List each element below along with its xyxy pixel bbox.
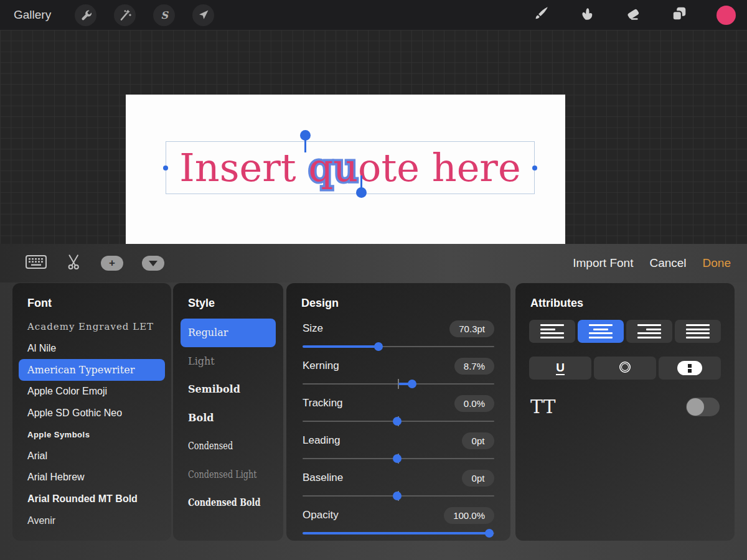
font-panel-title: Font [12,283,171,310]
canvas-workspace[interactable]: Insert quote here [0,30,747,244]
font-item[interactable]: Academy Engraved LET [19,316,165,338]
text-before-selection: Insert [179,145,308,190]
baseline-slider[interactable] [303,488,494,504]
font-item[interactable]: Al Nile [19,338,165,360]
font-item[interactable]: Arial [19,446,165,467]
justify-icon [686,324,710,338]
tracking-value[interactable]: 0.0% [454,395,494,412]
tt-toggle[interactable] [686,398,720,416]
gallery-button[interactable]: Gallery [14,8,51,22]
text-editing-toolbar: + Import Font Cancel Done [0,244,747,282]
collapse-panel-button[interactable] [142,256,164,271]
opacity-value[interactable]: 100.0% [444,507,494,524]
keyboard-button[interactable] [25,254,47,273]
selection-left-handle[interactable] [163,166,168,170]
slider-knob[interactable] [393,417,402,426]
eraser-tool[interactable] [624,6,642,24]
smudge-tool[interactable] [578,6,596,24]
align-center-icon [589,324,613,338]
slider-knob[interactable] [393,454,402,463]
slider-knob[interactable] [408,380,416,388]
style-item-selected[interactable]: Regular [181,319,276,347]
chevron-down-icon [149,261,157,266]
scissors-button[interactable] [66,253,82,273]
small-caps-row: TT [529,396,721,418]
kerning-value[interactable]: 8.7% [454,358,494,375]
text-style-buttons: U [529,357,721,380]
font-item[interactable]: Apple Symbols [19,424,165,446]
style-item[interactable]: Semibold [181,375,276,404]
justify-button[interactable] [675,320,721,343]
svg-text:S: S [161,9,169,21]
style-item[interactable]: Light [181,347,276,376]
layers-tool[interactable] [670,6,688,24]
slider-knob[interactable] [374,342,383,351]
design-panel: Design Size70.3pt Kerning8.7% Tracking0.… [286,283,510,541]
text-after-selection: ote here [358,145,521,190]
baseline-value[interactable]: 0pt [462,470,494,487]
opacity-slider[interactable] [303,525,494,541]
tracking-label: Tracking [303,397,343,409]
alignment-buttons [529,320,721,343]
actions-button[interactable] [75,4,96,26]
import-font-button[interactable]: Import Font [573,256,633,270]
size-label: Size [303,322,323,335]
kerning-label: Kerning [303,360,339,372]
vertical-text-button[interactable] [659,357,721,380]
kerning-slider[interactable] [303,376,494,392]
font-item-selected[interactable]: American Typewriter [19,359,165,381]
align-left-icon [540,324,564,338]
leading-value[interactable]: 0pt [462,432,494,449]
cancel-button[interactable]: Cancel [649,256,686,270]
canvas-text[interactable]: Insert quote here [166,142,534,194]
style-item[interactable]: Condensed Bold [181,488,276,517]
selection-button[interactable]: S [153,4,175,26]
font-item[interactable]: Apple SD Gothic Neo [19,402,165,424]
leading-label: Leading [303,434,341,447]
underline-button[interactable]: U [529,357,591,380]
outline-button[interactable] [594,357,656,380]
style-panel: Style Regular Light Semibold Bold Conden… [173,283,283,541]
font-list: Academy Engraved LET Al Nile American Ty… [12,316,171,531]
font-item[interactable]: Arial Rounded MT Bold [19,488,165,510]
style-item[interactable]: Condensed [181,432,276,460]
tracking-slider[interactable] [303,413,494,429]
toggle-knob[interactable] [687,398,704,416]
attributes-body: U TT [515,310,735,418]
adjustments-button[interactable] [114,4,136,26]
baseline-row: Baseline0pt [303,468,494,505]
size-row: Size70.3pt [303,319,494,356]
transform-button[interactable] [192,4,214,26]
style-item[interactable]: Condensed Light [181,460,276,489]
opacity-label: Opacity [303,509,339,521]
slider-knob[interactable] [485,529,494,538]
slider-knob[interactable] [393,492,402,500]
align-right-icon [637,324,661,338]
done-button[interactable]: Done [703,256,731,270]
align-left-button[interactable] [529,320,575,343]
selection-right-handle[interactable] [532,166,537,170]
font-panel: Font Academy Engraved LET Al Nile Americ… [12,283,171,541]
text-selection-box[interactable]: Insert quote here [166,141,535,194]
size-value[interactable]: 70.3pt [449,320,494,337]
style-panel-title: Style [173,283,283,310]
attributes-panel-title: Attributes [515,283,735,310]
opacity-row: Opacity100.0% [303,505,494,543]
tracking-row: Tracking0.0% [303,393,494,431]
align-right-button[interactable] [626,320,672,343]
color-swatch[interactable] [716,6,736,25]
leading-slider[interactable] [303,450,494,467]
text-selected-range: qu [308,145,358,190]
brush-tool[interactable] [532,6,550,24]
artboard[interactable]: Insert quote here [126,95,565,244]
font-item[interactable]: Arial Hebrew [19,467,165,488]
size-slider[interactable] [303,338,494,355]
design-panel-title: Design [286,283,510,310]
align-center-button[interactable] [578,320,624,343]
style-item[interactable]: Bold [181,404,276,432]
design-rows: Size70.3pt Kerning8.7% Tracking0.0% Lead… [286,310,510,543]
pin-knob[interactable] [356,187,367,198]
add-text-button[interactable]: + [101,256,123,271]
font-item[interactable]: Avenir [19,510,165,531]
font-item[interactable]: Apple Color Emoji [19,381,165,403]
